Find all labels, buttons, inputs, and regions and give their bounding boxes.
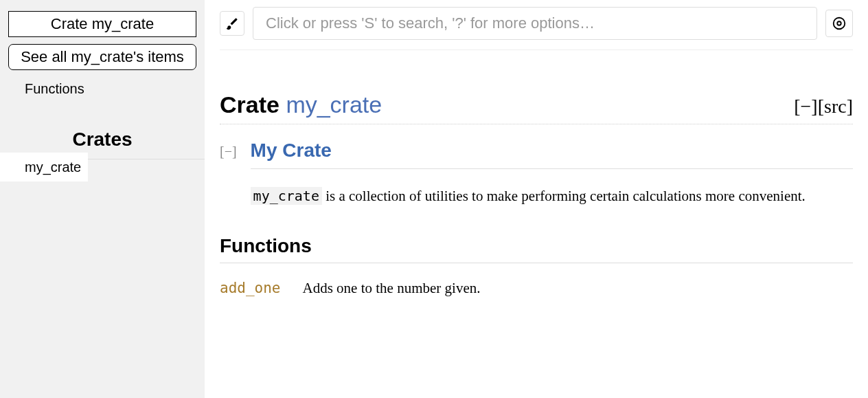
gear-icon	[832, 16, 847, 31]
crate-title-box[interactable]: Crate my_crate	[8, 11, 196, 37]
page-title-row: Crate my_crate [−][src]	[220, 91, 853, 124]
top-bar	[220, 7, 853, 50]
doc-body-text: is a collection of utilities to make per…	[322, 188, 806, 204]
title-actions: [−][src]	[794, 96, 853, 118]
search-input[interactable]	[253, 7, 817, 40]
title-prefix: Crate	[220, 91, 286, 118]
sidebar-crate-item[interactable]: my_crate	[0, 153, 88, 181]
functions-heading: Functions	[220, 235, 853, 263]
collapse-all-toggle[interactable]: [−]	[794, 96, 817, 117]
function-row: add_one Adds one to the number given.	[220, 280, 853, 297]
collapse-toggle[interactable]: [−]	[220, 144, 237, 208]
svg-point-1	[834, 18, 845, 30]
function-link-add_one[interactable]: add_one	[220, 280, 281, 296]
crate-name-link[interactable]: my_crate	[286, 91, 382, 118]
svg-point-0	[837, 21, 841, 25]
source-link[interactable]: [src]	[818, 96, 853, 117]
main-content: Crate my_crate [−][src] [−] My Crate my_…	[205, 0, 868, 398]
sidebar: Crate my_crate See all my_crate's items …	[0, 0, 205, 398]
settings-button[interactable]	[825, 10, 853, 37]
sidebar-link-functions[interactable]: Functions	[0, 77, 205, 101]
page-title: Crate my_crate	[220, 91, 382, 118]
theme-picker-button[interactable]	[220, 11, 244, 36]
doc-content: My Crate my_crate is a collection of uti…	[251, 140, 853, 208]
crate-code-name: my_crate	[251, 187, 322, 205]
see-all-items-button[interactable]: See all my_crate's items	[8, 44, 196, 70]
brush-icon	[225, 16, 239, 30]
doc-heading-link[interactable]: My Crate	[251, 140, 853, 169]
doc-body: my_crate is a collection of utilities to…	[251, 186, 853, 208]
function-desc: Adds one to the number given.	[303, 280, 481, 297]
doc-section: [−] My Crate my_crate is a collection of…	[220, 140, 853, 208]
